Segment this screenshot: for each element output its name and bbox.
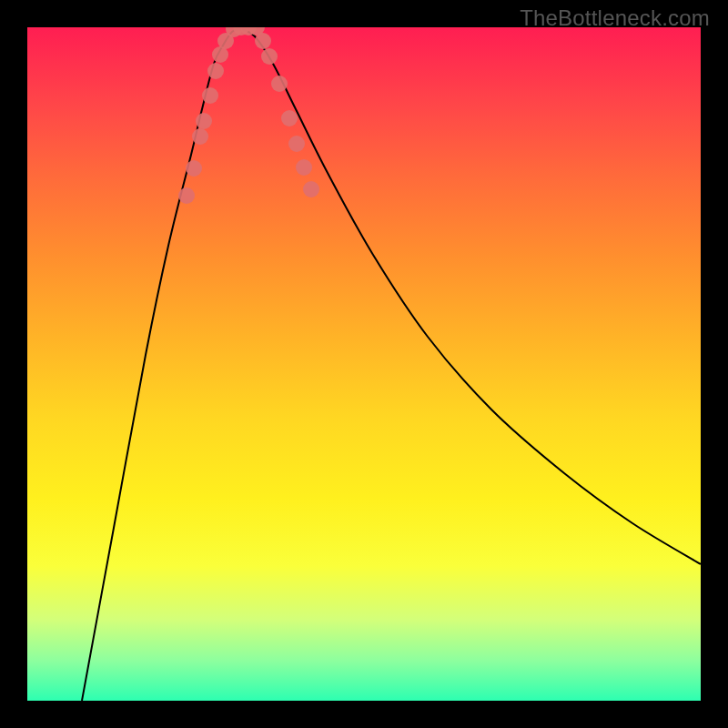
data-point (178, 187, 195, 204)
data-point (288, 136, 305, 152)
curve-right-curve (241, 29, 701, 564)
chart-svg (27, 27, 701, 701)
data-point (296, 159, 312, 176)
data-point (202, 87, 218, 104)
data-point (196, 113, 212, 129)
data-point (271, 76, 288, 92)
data-point (207, 63, 224, 79)
data-point (192, 128, 208, 145)
data-point (186, 160, 202, 177)
data-point (255, 33, 271, 49)
curve-left-curve (82, 29, 241, 701)
data-point (281, 110, 298, 126)
data-point (261, 48, 278, 65)
data-point (303, 181, 319, 197)
